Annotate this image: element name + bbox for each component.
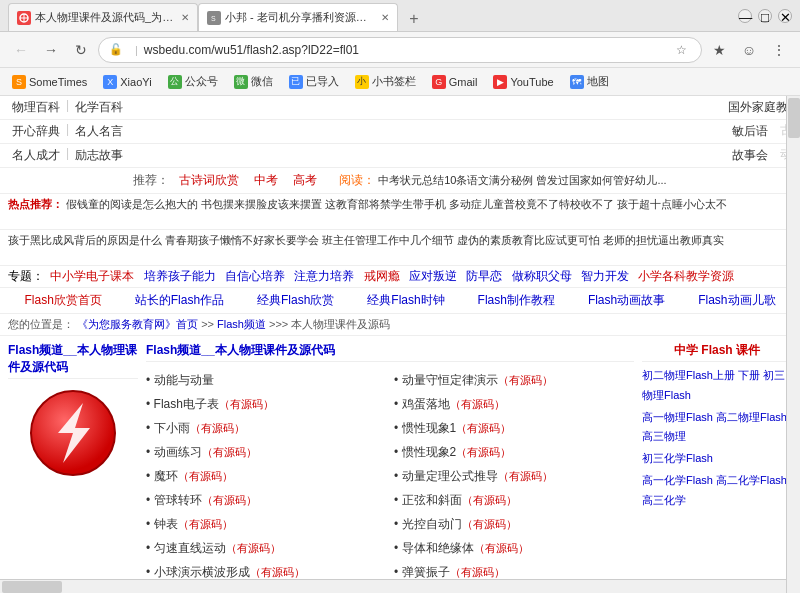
hot-text-2: 孩于黑比成风背后的原因是什么 青春期孩子懒惰不好家长要学会 班主任管理工作中几个… [8,234,724,246]
recommend-poetry[interactable]: 古诗词欣赏 [179,173,239,187]
tab-icon-physics [17,11,31,25]
bookmark-gongzhonghao[interactable]: 公 公众号 [164,72,222,91]
tab-close-share[interactable]: ✕ [381,12,389,23]
address-bar[interactable]: 🔓 | wsbedu.com/wu51/flash2.asp?lD22=fl01… [98,37,702,63]
subject-ebook[interactable]: 中小学电子课本 [50,269,134,283]
nav-foreign[interactable]: 国外家庭教 [724,98,792,117]
extensions-button[interactable]: ★ [706,37,732,63]
link-gaoer-wuli[interactable]: 高二物理Flash [716,411,787,423]
bookmark-sometimes[interactable]: S SomeTimes [8,73,91,91]
bookmark-favicon-xsjl: 小 [355,75,369,89]
bookmark-xiaoshujianlan[interactable]: 小 小书签栏 [351,72,420,91]
close-button[interactable]: ✕ [778,9,792,23]
link-gaoer-hx[interactable]: 高二化学Flash [716,474,787,486]
list-item: 动能与动量 [146,368,386,392]
tab-label-share: 小邦 - 老司机分享播利资源，快... [225,10,375,25]
hot-bar-2: 孩于黑比成风背后的原因是什么 青春期孩子懒惰不好家长要学会 班主任管理工作中几个… [0,230,800,266]
link-gaoyiwuli[interactable]: 高一物理Flash [642,411,713,423]
nav-kaixin[interactable]: 开心辞典 [8,122,64,141]
flash-nav-home[interactable]: Flash欣赏首页 [24,292,101,309]
list-item: 钟表（有源码） [146,512,386,536]
link-gaosan-hx[interactable]: 高三化学 [642,494,686,506]
hot-bar: 热点推荐： 假钱童的阅读是怎么抱大的 书包摆来摆脸皮该来摆置 这教育部将禁学生带… [0,194,800,230]
scrollbar-horizontal[interactable] [0,579,786,593]
scrollbar-vertical[interactable] [786,96,800,593]
top-nav-row3-right: 故事会 动 [728,146,792,165]
breadcrumb-sep2: >>> [269,318,288,330]
link-chuzhong-xia[interactable]: 下册 [738,369,760,381]
nav-minhouyu[interactable]: 敏后语 [728,122,772,141]
subject-parent[interactable]: 做称职父母 [512,269,572,283]
flash-nav-story[interactable]: Flash动画故事 [588,292,665,309]
bookmark-favicon-ydr: 已 [289,75,303,89]
list-item: 导体和绝缘体（有源码） [394,536,634,560]
url-text: wsbedu.com/wu51/flash2.asp?lD22=fl01 [144,43,665,57]
star-icon[interactable]: ☆ [671,40,691,60]
nav-lzgs[interactable]: 励志故事 [71,146,127,165]
nav-gshy[interactable]: 故事会 [728,146,772,165]
subject-iq[interactable]: 智力开发 [581,269,629,283]
tab-close-physics[interactable]: ✕ [181,12,189,23]
flash-nav-children[interactable]: Flash动画儿歌 [698,292,775,309]
bookmark-label-gmail: Gmail [449,76,478,88]
tab-icon-share: S [207,11,221,25]
subject-ability[interactable]: 培养孩子能力 [144,269,216,283]
bookmark-youtube[interactable]: ▶ YouTube [489,73,557,91]
breadcrumb-home[interactable]: 《为您服务教育网》首页 [77,318,198,330]
list-item: 光控自动门（有源码） [394,512,634,536]
subject-love[interactable]: 防早恋 [466,269,502,283]
left-panel-title: Flash频道__本人物理课件及源代码 [8,342,138,379]
profile-button[interactable]: ☺ [736,37,762,63]
new-tab-button[interactable]: + [402,7,426,31]
list-item: 惯性现象1（有源码） [394,416,634,440]
refresh-button[interactable]: ↻ [68,37,94,63]
recommend-zhongkao[interactable]: 中考 [254,173,278,187]
right-link-row: 初三化学Flash [642,449,792,469]
scrollbar-thumb-h[interactable] [2,581,62,593]
bookmark-weixin[interactable]: 微 微信 [230,72,277,91]
list-item: 动量守恒定律演示（有源码） [394,368,634,392]
bookmark-gmail[interactable]: G Gmail [428,73,482,91]
right-links: 初二物理Flash上册 下册 初三物理Flash 高一物理Flash 高二物理F… [642,366,792,511]
subject-attention[interactable]: 注意力培养 [294,269,354,283]
tab-physics[interactable]: 本人物理课件及源代码_为您服务... ✕ [8,3,198,31]
link-chusan-huaxue[interactable]: 初三化学Flash [642,452,713,464]
bookmark-ditu[interactable]: 🗺 地图 [566,72,613,91]
recommend-gaokao[interactable]: 高考 [293,173,317,187]
nav-huaxue[interactable]: 化学百科 [71,98,127,117]
website: 物理百科 | 化学百科 国外家庭教 开心辞典 | 名人名言 敏后语 古 名人成才… [0,96,800,593]
flash-nav-tutorial[interactable]: Flash制作教程 [478,292,555,309]
list-item: 魔环（有源码） [146,464,386,488]
subject-internet[interactable]: 戒网瘾 [364,269,400,283]
nav-wuli[interactable]: 物理百科 [8,98,64,117]
bookmark-label-gzh: 公众号 [185,74,218,89]
bookmark-favicon-gzh: 公 [168,75,182,89]
link-gaosan-wuli[interactable]: 高三物理 [642,430,686,442]
tab-share[interactable]: S 小邦 - 老司机分享播利资源，快... ✕ [198,3,398,31]
main-content: Flash频道__本人物理课件及源代码 [0,336,800,590]
bookmark-xiaoyi[interactable]: X XiaoYi [99,73,155,91]
maximize-button[interactable]: □ [758,9,772,23]
bookmark-favicon-yt: ▶ [493,75,507,89]
breadcrumb-flash[interactable]: Flash频道 [217,318,266,330]
tab-label-physics: 本人物理课件及源代码_为您服务... [35,10,175,25]
link-gaoyi-hx[interactable]: 高一化学Flash [642,474,713,486]
bookmark-favicon-gmail: G [432,75,446,89]
subject-rebel[interactable]: 应对叛逆 [409,269,457,283]
link-chuzhong-shang[interactable]: 初二物理Flash上册 [642,369,735,381]
forward-button[interactable]: → [38,37,64,63]
flash-nav-works[interactable]: 站长的Flash作品 [135,292,224,309]
subject-resource[interactable]: 小学各科教学资源 [638,269,734,283]
bookmark-yidaoru[interactable]: 已 已导入 [285,72,343,91]
nav-bar: ← → ↻ 🔓 | wsbedu.com/wu51/flash2.asp?lD2… [0,32,800,68]
scrollbar-thumb-v[interactable] [788,98,800,138]
subject-confidence[interactable]: 自信心培养 [225,269,285,283]
menu-button[interactable]: ⋮ [766,37,792,63]
nav-mingren[interactable]: 名人名言 [71,122,127,141]
sep4: | [66,146,69,165]
minimize-button[interactable]: — [738,9,752,23]
flash-nav-classic[interactable]: 经典Flash欣赏 [257,292,334,309]
flash-nav-clock[interactable]: 经典Flash时钟 [367,292,444,309]
back-button[interactable]: ← [8,37,34,63]
nav-mingrencc[interactable]: 名人成才 [8,146,64,165]
